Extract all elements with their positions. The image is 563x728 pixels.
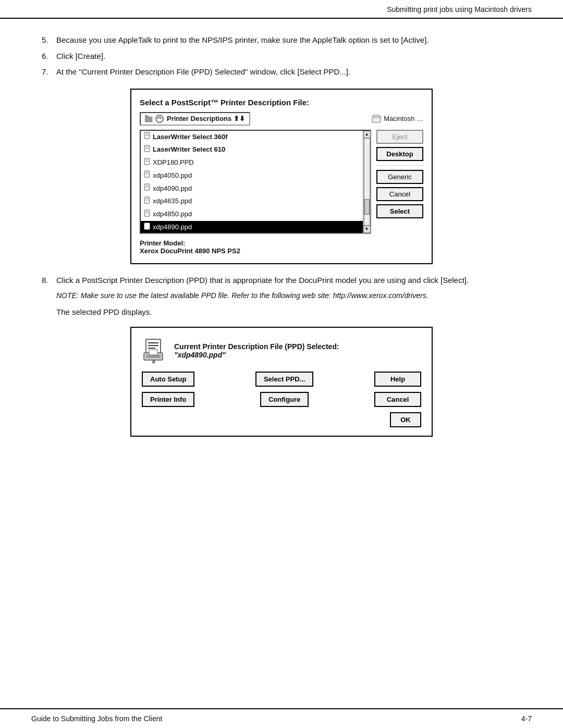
svg-rect-36 xyxy=(148,348,155,349)
auto-setup-button[interactable]: Auto Setup xyxy=(142,372,194,387)
generic-button[interactable]: Generic xyxy=(376,170,423,184)
dropdown-arrows: ⬆⬇ xyxy=(234,115,245,122)
svg-rect-38 xyxy=(146,355,161,358)
folder-dropdown-label: Printer Descriptions xyxy=(167,115,231,122)
file-icon xyxy=(144,183,150,194)
step-list: 5. Because you use AppleTalk to print to… xyxy=(42,34,521,78)
step-text-5: Because you use AppleTalk to print to th… xyxy=(56,34,429,46)
svg-rect-0 xyxy=(145,117,152,122)
file-name: xdp4890.ppd xyxy=(153,222,192,232)
header-title: Submitting print jobs using Macintosh dr… xyxy=(387,5,532,14)
step-number-5: 5. xyxy=(42,34,56,46)
svg-rect-34 xyxy=(148,342,158,343)
ppd-bottom: OK xyxy=(142,412,421,427)
file-name: xdp4850.ppd xyxy=(153,209,192,220)
file-list-item[interactable]: xdp4890.ppd xyxy=(141,221,363,232)
file-icon xyxy=(144,209,150,220)
dialog1-toolbar: Printer Descriptions ⬆⬇ Macintosh … xyxy=(140,112,423,126)
step-item-6: 6. Click [Create]. xyxy=(42,51,521,63)
printer-model-value: Xerox DocuPrint 4890 NPS PS2 xyxy=(140,247,240,255)
dialog-body: LaserWriter Select 360fLaserWriter Selec… xyxy=(140,130,423,234)
svg-point-2 xyxy=(156,115,163,122)
file-name: LaserWriter Select 610 xyxy=(153,144,225,155)
file-icon xyxy=(144,170,150,181)
step-text-6: Click [Create]. xyxy=(56,51,105,63)
location-label: Macintosh … xyxy=(384,115,423,122)
scrollbar[interactable]: ▲ ▼ xyxy=(363,131,370,233)
footer-left: Guide to Submitting Jobs from the Client xyxy=(31,714,162,723)
printer-icon: a xyxy=(142,338,167,363)
page-footer: Guide to Submitting Jobs from the Client… xyxy=(0,708,563,728)
select-button[interactable]: Select xyxy=(376,204,423,218)
file-list-item[interactable]: xdp4090.ppd xyxy=(141,182,363,195)
file-list: LaserWriter Select 360fLaserWriter Selec… xyxy=(141,131,363,233)
printer-model-label: Printer Model: xyxy=(140,239,185,247)
ppd-header: a Current Printer Description File (PPD)… xyxy=(142,338,421,363)
ppd-filename: "xdp4890.ppd" xyxy=(174,351,339,359)
file-icon xyxy=(144,158,150,168)
select-ppd-dialog: Select a PostScript™ Printer Description… xyxy=(130,89,433,264)
scrollbar-thumb[interactable] xyxy=(364,199,370,215)
step-item-5: 5. Because you use AppleTalk to print to… xyxy=(42,34,521,46)
step-item-7: 7. At the "Current Printer Description F… xyxy=(42,66,521,78)
dialog1-title: Select a PostScript™ Printer Description… xyxy=(140,98,423,107)
file-list-item[interactable]: xdp4050.ppd xyxy=(141,169,363,182)
ok-button[interactable]: OK xyxy=(390,412,421,427)
file-icon xyxy=(144,196,150,207)
help-button[interactable]: Help xyxy=(374,372,421,387)
selected-ppd-text: The selected PPD displays. xyxy=(56,307,521,316)
file-list-item[interactable]: LaserWriter Select 610 xyxy=(141,143,363,156)
cancel-button[interactable]: Cancel xyxy=(376,187,423,201)
current-ppd-dialog: a Current Printer Description File (PPD)… xyxy=(130,327,433,437)
file-list-scroll[interactable]: LaserWriter Select 360fLaserWriter Selec… xyxy=(141,131,363,233)
step-text-8: Click a PostScript Printer Description (… xyxy=(56,275,469,287)
svg-text:a: a xyxy=(152,359,155,363)
scrollbar-track[interactable] xyxy=(364,138,370,226)
step-text-7: At the "Current Printer Description File… xyxy=(56,66,350,78)
folder-dropdown[interactable]: Printer Descriptions ⬆⬇ xyxy=(140,112,250,126)
dialog1-buttons: Eject Desktop Generic Cancel Select xyxy=(376,130,423,234)
step-number-6: 6. xyxy=(42,51,56,63)
step-number-7: 7. xyxy=(42,66,56,78)
page-header: Submitting print jobs using Macintosh dr… xyxy=(0,0,563,19)
file-list-item[interactable]: XDP180.PPD xyxy=(141,156,363,169)
select-ppd-button[interactable]: Select PPD... xyxy=(255,372,313,387)
svg-rect-39 xyxy=(149,350,157,355)
printer-model-info: Printer Model: Xerox DocuPrint 4890 NPS … xyxy=(140,239,423,255)
mac-location: Macintosh … xyxy=(371,114,423,124)
svg-rect-1 xyxy=(145,115,148,117)
file-icon xyxy=(144,145,150,155)
printer-svg: a xyxy=(142,338,167,363)
scroll-down-arrow[interactable]: ▼ xyxy=(363,226,371,233)
disk-icon xyxy=(371,114,382,124)
step-number-8: 8. xyxy=(42,275,56,287)
folder-icon xyxy=(145,115,153,122)
file-list-item[interactable]: xdp4635.ppd xyxy=(141,195,363,208)
svg-rect-35 xyxy=(148,345,158,346)
file-name: xdp4635.ppd xyxy=(153,196,192,207)
file-name: xdp4050.ppd xyxy=(153,170,192,181)
folder-refresh-icon xyxy=(155,115,164,123)
file-list-item[interactable]: LaserWriter Select 360f xyxy=(141,131,363,144)
file-icon xyxy=(144,223,150,233)
configure-button[interactable]: Configure xyxy=(260,392,309,407)
file-name: XDP180.PPD xyxy=(153,157,194,168)
ppd-dialog-title: Current Printer Description File (PPD) S… xyxy=(174,342,339,351)
dialog2-cancel-button[interactable]: Cancel xyxy=(374,392,421,407)
ppd-buttons-row2: Printer Info Configure Cancel xyxy=(142,392,421,407)
footer-right: 4-7 xyxy=(521,714,532,723)
scroll-up-arrow[interactable]: ▲ xyxy=(363,131,371,138)
file-name: xdp4090.ppd xyxy=(153,183,192,194)
file-icon xyxy=(144,132,150,142)
note-text: NOTE: Make sure to use the latest availa… xyxy=(56,290,521,301)
eject-button[interactable]: Eject xyxy=(376,130,423,144)
step-item-8: 8. Click a PostScript Printer Descriptio… xyxy=(42,275,521,287)
file-name: LaserWriter Select 360f xyxy=(153,132,228,143)
file-list-item[interactable]: xdp4850.ppd xyxy=(141,208,363,221)
main-content: 5. Because you use AppleTalk to print to… xyxy=(0,19,563,478)
ppd-title-area: Current Printer Description File (PPD) S… xyxy=(174,342,339,359)
desktop-button[interactable]: Desktop xyxy=(376,147,423,161)
file-list-wrapper: LaserWriter Select 360fLaserWriter Selec… xyxy=(140,130,371,234)
button-divider xyxy=(376,165,423,166)
printer-info-button[interactable]: Printer Info xyxy=(142,392,194,407)
